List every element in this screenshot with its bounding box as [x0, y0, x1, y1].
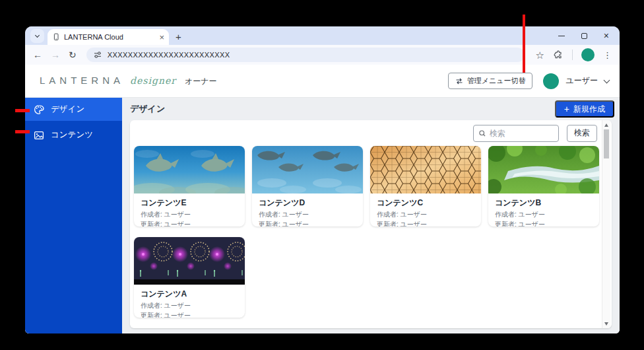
palette-icon: [34, 104, 44, 115]
toolbar-divider: [572, 50, 573, 60]
puzzle-icon[interactable]: [553, 50, 564, 60]
browser-profile-avatar[interactable]: [581, 48, 595, 61]
annotation-pointer-line: [523, 15, 525, 73]
card-thumbnail-hexagon-pattern: [370, 146, 481, 193]
card-creator: 作成者: ユーザー: [141, 301, 238, 311]
star-icon[interactable]: ☆: [536, 50, 544, 60]
sidebar-item-contents[interactable]: コンテンツ: [25, 123, 122, 147]
site-settings-icon: [93, 50, 102, 59]
search-button[interactable]: 検索: [567, 125, 597, 142]
new-tab-button[interactable]: +: [176, 31, 181, 42]
card-grid: コンテンツE 作成者: ユーザー 更新者: ユーザー: [130, 143, 612, 318]
card-updater: 更新者: ユーザー: [495, 220, 593, 227]
browser-toolbar: ← → ↻ XXXXXXXXXXXXXXXXXXXXXXXX ☆ ⋮: [25, 45, 620, 65]
card-creator: 作成者: ユーザー: [495, 210, 593, 220]
search-input[interactable]: [490, 129, 554, 138]
card-creator: 作成者: ユーザー: [377, 210, 474, 220]
tab-strip: LANTERNA Cloud × + ×: [25, 26, 620, 45]
window-close-button[interactable]: ×: [604, 31, 609, 40]
design-card[interactable]: コンテンツD 作成者: ユーザー 更新者: ユーザー: [252, 146, 363, 227]
annotation-dash-contents: [15, 130, 30, 133]
search-row: 検索: [130, 120, 612, 143]
vertical-scrollbar[interactable]: [602, 120, 610, 328]
app-body: デザイン コンテンツ デザイン + 新規作成: [25, 98, 620, 333]
forward-button[interactable]: →: [51, 50, 60, 59]
screenshot-stage: LANTERNA Cloud × + × ← → ↻ X: [0, 0, 644, 350]
app-header: LANTERNA designer オーナー 管理メニュー切替 ユーザー: [25, 65, 620, 98]
annotation-dash-design: [15, 109, 30, 112]
magnifier-icon: [478, 129, 486, 138]
sidebar-item-label: コンテンツ: [51, 129, 93, 141]
sidebar: デザイン コンテンツ: [25, 98, 122, 333]
window-controls: ×: [558, 26, 620, 45]
browser-window: LANTERNA Cloud × + × ← → ↻ X: [25, 26, 620, 333]
design-card[interactable]: コンテンツE 作成者: ユーザー 更新者: ユーザー: [134, 146, 245, 227]
chevron-down-icon[interactable]: [604, 77, 610, 83]
admin-menu-switch-button[interactable]: 管理メニュー切替: [448, 73, 533, 89]
main-content: デザイン + 新規作成: [122, 98, 620, 333]
design-card[interactable]: コンテンツB 作成者: ユーザー 更新者: ユーザー: [488, 146, 599, 227]
app-logo: LANTERNA designer オーナー: [40, 75, 216, 87]
logo-primary: LANTERNA: [40, 75, 124, 86]
three-dots-icon[interactable]: ⋮: [603, 50, 612, 60]
scroll-down-arrow[interactable]: [602, 320, 610, 328]
address-bar[interactable]: XXXXXXXXXXXXXXXXXXXXXXXX: [86, 48, 525, 62]
search-box: [473, 125, 559, 142]
device-icon: [52, 32, 60, 42]
card-thumbnail-forest-stream: [488, 146, 599, 193]
back-button[interactable]: ←: [33, 50, 42, 59]
card-creator: 作成者: ユーザー: [141, 210, 238, 220]
card-updater: 更新者: ユーザー: [377, 220, 474, 227]
tab-close-icon[interactable]: ×: [159, 33, 164, 42]
card-updater: 更新者: ユーザー: [259, 220, 356, 227]
url-text: XXXXXXXXXXXXXXXXXXXXXXXX: [108, 51, 230, 59]
create-new-button[interactable]: + 新規作成: [555, 100, 614, 118]
card-thumbnail-dolphin-underwater: [134, 146, 245, 193]
card-thumbnail-fireworks: [134, 237, 245, 285]
page-title-row: デザイン + 新規作成: [122, 98, 620, 120]
scrollbar-thumb[interactable]: [604, 129, 609, 158]
sidebar-item-design[interactable]: デザイン: [25, 98, 122, 121]
user-menu-label: ユーザー: [565, 75, 598, 87]
reload-button[interactable]: ↻: [69, 50, 77, 59]
sidebar-item-label: デザイン: [51, 104, 84, 115]
window-minimize-button[interactable]: [558, 36, 565, 36]
plus-icon: +: [564, 104, 569, 114]
card-title: コンテンツB: [495, 197, 593, 209]
design-list-panel: 検索: [130, 120, 612, 328]
card-updater: 更新者: ユーザー: [141, 220, 238, 227]
card-title: コンテンツC: [377, 197, 474, 209]
logo-secondary: designer: [130, 75, 176, 86]
browser-tab[interactable]: LANTERNA Cloud ×: [48, 29, 169, 45]
card-title: コンテンツD: [259, 197, 356, 209]
scroll-up-arrow[interactable]: [602, 121, 610, 129]
card-title: コンテンツA: [141, 289, 238, 300]
card-title: コンテンツE: [141, 197, 238, 209]
swap-arrows-icon: [455, 78, 463, 85]
image-icon: [34, 130, 44, 141]
design-card[interactable]: コンテンツC 作成者: ユーザー 更新者: ユーザー: [370, 146, 481, 227]
page-title: デザイン: [130, 103, 165, 115]
chevron-down-icon: [35, 32, 40, 37]
tab-search-button[interactable]: [30, 29, 44, 43]
admin-menu-switch-label: 管理メニュー切替: [467, 76, 526, 86]
create-new-label: 新規作成: [573, 104, 605, 115]
card-creator: 作成者: ユーザー: [259, 210, 356, 220]
header-actions: 管理メニュー切替 ユーザー: [448, 73, 609, 89]
card-thumbnail-dolphins-swimming: [252, 146, 363, 193]
card-updater: 更新者: ユーザー: [141, 311, 238, 318]
tab-title: LANTERNA Cloud: [64, 33, 155, 41]
window-restore-button[interactable]: [581, 33, 587, 39]
design-card[interactable]: コンテンツA 作成者: ユーザー 更新者: ユーザー: [134, 237, 245, 318]
logo-role-label: オーナー: [185, 76, 217, 87]
user-avatar[interactable]: [543, 73, 559, 89]
